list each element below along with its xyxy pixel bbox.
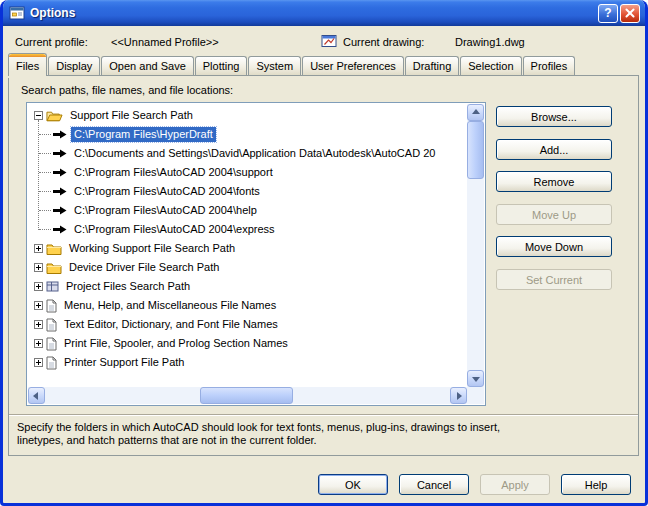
arrow-icon [53,130,67,139]
scroll-right-button[interactable] [450,387,467,404]
titlebar[interactable]: Options ? [0,0,648,26]
tree-item-menu-help-file-names[interactable]: Menu, Help, and Miscellaneous File Names [28,296,467,315]
tree-item-print-file-names[interactable]: Print File, Spooler, and Prolog Section … [28,334,467,353]
tree-item-label: Printer Support File Path [61,355,187,370]
drawing-file-icon [321,33,337,49]
current-drawing-label: Current drawing: [343,36,424,48]
vertical-scrollbar[interactable] [467,104,484,387]
horizontal-scrollbar[interactable] [28,387,467,404]
tree-item-working-support-path[interactable]: Working Support File Search Path [28,239,467,258]
help-button[interactable]: Help [561,474,631,495]
tree-item-path[interactable]: C:\Program Files\HyperDraft [28,125,467,144]
file-paths-tree: Support File Search Path C:\Program File… [26,102,486,406]
tree-item-label: C:\Program Files\AutoCAD 2004\support [71,165,276,180]
description-divider [9,414,638,416]
tree-content: Support File Search Path C:\Program File… [28,104,467,387]
arrow-icon [53,206,67,215]
help-titlebar-button[interactable]: ? [598,4,618,23]
arrow-icon [53,225,67,234]
arrow-icon [53,187,67,196]
vertical-scroll-thumb[interactable] [467,121,484,179]
titlebar-buttons: ? [598,4,640,23]
right-arrow-icon [457,392,462,400]
scroll-down-button[interactable] [467,370,484,387]
arrow-icon [53,168,67,177]
tree-item-device-driver-path[interactable]: Device Driver File Search Path [28,258,467,277]
tree-item-path[interactable]: C:\Program Files\AutoCAD 2004\support [28,163,467,182]
tab-profiles[interactable]: Profiles [523,56,576,75]
tree-item-printer-support-path[interactable]: Printer Support File Path [28,353,467,372]
tree-item-label: Project Files Search Path [63,279,193,294]
tree-item-label: C:\Program Files\AutoCAD 2004\fonts [71,184,263,199]
tree-item-label: C:\Documents and Settings\David\Applicat… [71,146,438,161]
tree-item-support-file-search-path[interactable]: Support File Search Path [28,106,467,125]
scroll-up-button[interactable] [467,104,484,121]
ok-button[interactable]: OK [318,474,388,495]
question-icon: ? [604,6,611,20]
expand-plus-icon[interactable] [34,358,43,367]
tree-item-text-editor-file-names[interactable]: Text Editor, Dictionary, and Font File N… [28,315,467,334]
tree-item-label: Device Driver File Search Path [66,260,222,275]
tab-selection[interactable]: Selection [460,56,521,75]
expand-plus-icon[interactable] [34,263,43,272]
folder-open-icon [46,109,63,122]
tree-item-label: Support File Search Path [67,108,196,123]
page-icon [46,299,57,313]
move-down-button[interactable]: Move Down [496,236,612,257]
tree-item-label: Menu, Help, and Miscellaneous File Names [61,298,279,313]
tree-item-path[interactable]: C:\Program Files\AutoCAD 2004\fonts [28,182,467,201]
expand-plus-icon[interactable] [34,320,43,329]
page-icon [46,337,57,351]
page-icon [46,356,57,370]
tab-description-text: Specify the folders in which AutoCAD sho… [17,421,537,447]
tree-item-path[interactable]: C:\Documents and Settings\David\Applicat… [28,144,467,163]
window-title: Options [30,6,598,20]
tree-children: C:\Program Files\HyperDraft C:\Documents… [28,125,467,239]
arrow-icon [53,149,67,158]
move-up-button[interactable]: Move Up [496,204,612,225]
folder-icon [46,242,62,255]
scrollbar-corner [467,387,484,404]
tab-files[interactable]: Files [8,53,47,76]
files-tab-panel: Search paths, file names, and file locat… [8,75,639,456]
tree-item-label: Working Support File Search Path [66,241,238,256]
tab-open-and-save[interactable]: Open and Save [101,56,193,75]
expand-plus-icon[interactable] [34,244,43,253]
options-dialog: Options ? Current profile: <<Unnamed Pro… [0,0,648,506]
expand-plus-icon[interactable] [34,301,43,310]
tab-system[interactable]: System [248,56,301,75]
set-current-button[interactable]: Set Current [496,269,612,290]
tab-drafting[interactable]: Drafting [405,56,460,75]
expand-plus-icon[interactable] [34,282,43,291]
tree-item-path[interactable]: C:\Program Files\AutoCAD 2004\help [28,201,467,220]
tree-item-label: C:\Program Files\AutoCAD 2004\help [71,203,260,218]
tab-user-preferences[interactable]: User Preferences [302,56,404,75]
section-label: Search paths, file names, and file locat… [21,84,233,96]
collapse-minus-icon[interactable] [34,111,43,120]
tree-item-label-selected: C:\Program Files\HyperDraft [71,127,216,142]
remove-button[interactable]: Remove [496,171,612,192]
tree-item-project-files-path[interactable]: Project Files Search Path [28,277,467,296]
tree-item-label: Text Editor, Dictionary, and Font File N… [61,317,281,332]
tab-plotting[interactable]: Plotting [195,56,248,75]
cancel-button[interactable]: Cancel [399,474,469,495]
apply-button[interactable]: Apply [480,474,550,495]
tree-item-path[interactable]: C:\Program Files\AutoCAD 2004\express [28,220,467,239]
current-drawing-value: Drawing1.dwg [455,36,525,48]
page-icon [46,318,57,332]
options-app-icon [9,5,25,21]
horizontal-scroll-thumb[interactable] [200,387,293,404]
browse-button[interactable]: Browse... [496,106,612,127]
tree-item-label: C:\Program Files\AutoCAD 2004\express [71,222,278,237]
tree-item-label: Print File, Spooler, and Prolog Section … [61,336,291,351]
scroll-left-button[interactable] [28,387,45,404]
add-button[interactable]: Add... [496,139,612,160]
expand-plus-icon[interactable] [34,339,43,348]
up-arrow-icon [472,109,480,114]
left-arrow-icon [33,392,38,400]
close-button[interactable] [620,4,640,23]
project-icon [46,280,59,293]
tab-display[interactable]: Display [48,56,100,75]
current-profile-label: Current profile: [15,36,88,48]
close-icon [625,8,635,18]
